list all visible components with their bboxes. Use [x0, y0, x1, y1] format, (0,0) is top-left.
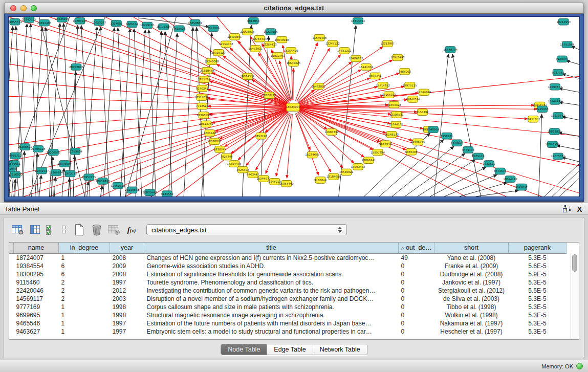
- cell-name[interactable]: 9777169: [14, 303, 59, 311]
- column-header-out-de-[interactable]: △out_de…: [399, 243, 434, 253]
- cell-in-degree[interactable]: 1: [59, 327, 110, 336]
- cell-title[interactable]: Structural magnetic resonance image aver…: [144, 311, 399, 319]
- cell-out-de-[interactable]: 0: [399, 295, 434, 303]
- table-row[interactable]: 1938455462009Genome-wide association stu…: [9, 262, 567, 270]
- graph-node[interactable]: 12106531: [389, 112, 404, 118]
- graph-node[interactable]: 17714352: [376, 82, 390, 89]
- graph-node[interactable]: 8215953: [536, 106, 548, 113]
- cell-year[interactable]: 1997: [110, 319, 144, 327]
- table-row[interactable]: 1456911722003Disruption of a novel membe…: [9, 295, 567, 303]
- table-row[interactable]: 911546021997Tourette syndrome. Phenomeno…: [9, 278, 567, 287]
- cell-title[interactable]: Embryonic stem cells: a model to study s…: [144, 327, 399, 336]
- graph-node[interactable]: 18300295: [262, 92, 276, 99]
- cell-title[interactable]: Estimation of the future numbers of pati…: [144, 319, 399, 327]
- graph-node[interactable]: 9134562: [161, 191, 173, 196]
- toggle-row-icon[interactable]: [57, 223, 71, 237]
- graph-node[interactable]: 16636105: [55, 17, 69, 22]
- graph-node[interactable]: 12754462: [219, 41, 233, 48]
- cell-name[interactable]: 9699695: [14, 311, 59, 319]
- graph-node[interactable]: 22008918: [240, 29, 254, 35]
- cell-short[interactable]: Tibbo et al. (1998): [434, 303, 509, 311]
- graph-node[interactable]: 12444191: [548, 98, 562, 105]
- graph-node[interactable]: 10719185: [140, 22, 155, 29]
- table-row[interactable]: 2242004622012Investigating the contribut…: [9, 287, 567, 295]
- graph-node[interactable]: 15254420: [284, 48, 298, 54]
- column-header-in-degree[interactable]: in_degree: [59, 243, 110, 253]
- column-header-name[interactable]: name: [14, 243, 59, 253]
- cell-year[interactable]: 2003: [110, 295, 144, 303]
- graph-node[interactable]: 15462012: [311, 83, 325, 90]
- graph-node[interactable]: 16648794: [443, 47, 458, 53]
- cell-short[interactable]: de Silva et al. (2003): [434, 295, 509, 303]
- graph-node[interactable]: 16093463: [351, 164, 365, 170]
- graph-node[interactable]: 14851212: [337, 48, 352, 54]
- cell-year[interactable]: 1997: [110, 327, 144, 336]
- graph-node[interactable]: 8471676: [494, 168, 507, 174]
- graph-node[interactable]: 9554940: [379, 141, 392, 147]
- graph-node[interactable]: 6085493: [405, 148, 418, 155]
- graph-node[interactable]: 7857224: [207, 25, 220, 32]
- cell-pagerank[interactable]: 5.6E-5: [509, 262, 567, 270]
- delete-entries-icon[interactable]: [88, 223, 105, 237]
- select-all-rows-icon[interactable]: [44, 223, 57, 237]
- cell-pagerank[interactable]: 5.9E-5: [509, 270, 567, 278]
- graph-node[interactable]: 15957884: [371, 149, 385, 156]
- cell-short[interactable]: Dudbridge et al. (2008): [434, 270, 509, 278]
- graph-node[interactable]: 7925344: [220, 154, 233, 160]
- graph-node[interactable]: 16640910: [275, 36, 289, 43]
- cell-pagerank[interactable]: 5.3E-5: [509, 311, 567, 319]
- cell-year[interactable]: 1997: [110, 278, 144, 287]
- graph-node[interactable]: 17975115: [403, 82, 417, 89]
- cell-year[interactable]: 2008: [110, 270, 144, 278]
- tab-edge-table[interactable]: Edge Table: [267, 344, 312, 355]
- graph-node[interactable]: 16241352: [359, 64, 374, 71]
- graph-node[interactable]: 7632621: [483, 161, 495, 167]
- graph-node[interactable]: 6466162: [126, 21, 138, 28]
- graph-node[interactable]: 11544049: [417, 89, 431, 96]
- graph-node[interactable]: 19812763: [271, 52, 285, 59]
- graph-node[interactable]: 17957255: [82, 174, 96, 181]
- cell-title[interactable]: Estimation of significance thresholds fo…: [144, 270, 399, 278]
- cell-short[interactable]: Hescheler et al. (1997): [434, 327, 509, 336]
- cell-out-de-[interactable]: 0: [399, 287, 434, 295]
- cell-short[interactable]: Wolkin et al. (1998): [434, 311, 509, 319]
- graph-node[interactable]: 10973493: [390, 54, 405, 61]
- cell-pagerank[interactable]: 5.3E-5: [509, 295, 567, 303]
- cell-pagerank[interactable]: 5.5E-5: [509, 287, 567, 295]
- graph-node[interactable]: 24055714: [9, 18, 22, 25]
- graph-node[interactable]: 7625402: [236, 166, 249, 173]
- citation-network-graph[interactable]: 2240084112754462183161291424609821818458…: [9, 17, 579, 196]
- graph-node[interactable]: 18313074: [351, 17, 365, 24]
- table-row[interactable]: 977716911998Corpus callosum shape and si…: [9, 303, 567, 311]
- graph-node[interactable]: 11644161: [389, 121, 403, 128]
- graph-node[interactable]: 9227343: [552, 69, 564, 76]
- graph-node[interactable]: 7852193: [255, 133, 267, 139]
- graph-node[interactable]: 6550561: [9, 161, 20, 167]
- graph-node[interactable]: 8813054: [247, 17, 260, 24]
- graph-node[interactable]: 15751074: [560, 41, 574, 48]
- cell-pagerank[interactable]: 5.3E-5: [509, 278, 567, 287]
- close-panel-icon[interactable]: X: [577, 206, 582, 213]
- cell-year[interactable]: 2012: [110, 287, 144, 295]
- graph-node[interactable]: 1640954: [427, 126, 440, 133]
- cell-out-de-[interactable]: 0: [399, 278, 434, 287]
- graph-node[interactable]: 12505113: [63, 170, 77, 177]
- tab-node-table[interactable]: Node Table: [221, 344, 267, 355]
- cell-short[interactable]: Jankovic et al. (1997): [434, 278, 509, 287]
- graph-node[interactable]: 11345194: [49, 169, 63, 176]
- graph-node[interactable]: 11847024: [406, 96, 420, 103]
- graph-node[interactable]: 12254413: [263, 41, 277, 48]
- graph-node[interactable]: 21606128: [31, 146, 46, 152]
- cell-year[interactable]: 2008: [110, 253, 144, 262]
- graph-node[interactable]: 20219561: [125, 187, 139, 193]
- graph-node[interactable]: 11675331: [551, 153, 565, 160]
- table-row[interactable]: 1830029562008Estimation of significance …: [9, 270, 567, 278]
- graph-node[interactable]: 16354478: [227, 161, 242, 167]
- graph-node[interactable]: 16211357: [526, 116, 540, 122]
- cell-out-de-[interactable]: 0: [399, 319, 434, 327]
- float-window-icon[interactable]: [562, 205, 571, 213]
- cell-in-degree[interactable]: 1: [59, 253, 110, 262]
- graph-node[interactable]: 16210643: [551, 113, 565, 119]
- graph-node[interactable]: 16165312: [382, 92, 396, 98]
- graph-node[interactable]: 11604332: [324, 129, 339, 136]
